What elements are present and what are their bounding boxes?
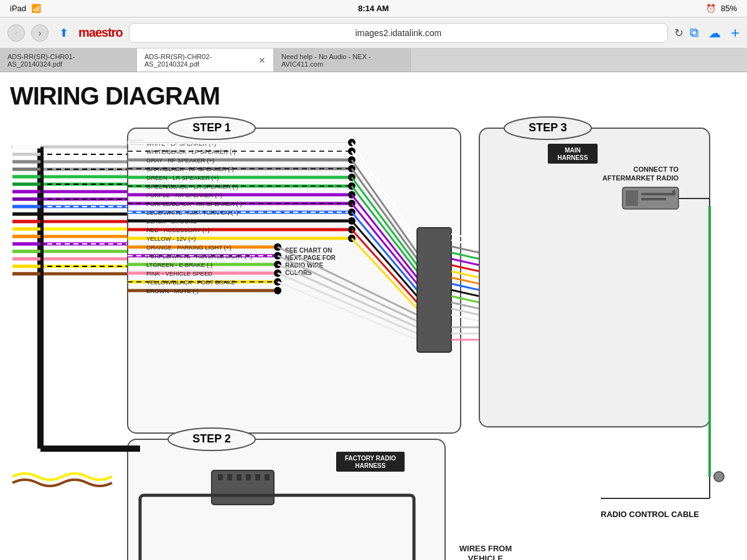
diagram-title: WIRING DIAGRAM (10, 82, 737, 110)
address-bar[interactable]: images2.idatalink.com (129, 23, 668, 43)
tab-2[interactable]: ADS-RR(SR)-CHR02-AS_20140324.pdf ✕ (137, 49, 274, 72)
svg-text:SEE CHART ON: SEE CHART ON (285, 247, 332, 254)
svg-text:WIRES FROM: WIRES FROM (459, 544, 512, 553)
status-left: iPad 📶 (10, 4, 41, 13)
svg-text:CONNECT TO: CONNECT TO (633, 166, 679, 173)
svg-rect-140 (626, 190, 638, 206)
svg-text:PURPLE/WHITE - REVERSE LIGHT (: PURPLE/WHITE - REVERSE LIGHT (+) (146, 253, 252, 259)
tab-2-close[interactable]: ✕ (258, 55, 266, 65)
svg-text:NEXT PAGE FOR: NEXT PAGE FOR (285, 254, 336, 261)
maestro-logo: maestro (78, 26, 123, 40)
tab-1-label: ADS-RR(SR)-CHR01-AS_20140324.pdf (7, 53, 129, 68)
svg-text:BROWN - MUTE (-): BROWN - MUTE (-) (146, 287, 199, 294)
tab-3[interactable]: Need help - No Audio - NEX - AVIC411.com (274, 49, 411, 72)
svg-rect-157 (218, 474, 223, 480)
svg-text:MAIN: MAIN (565, 147, 581, 154)
svg-text:BLACK - GROUND: BLACK - GROUND (146, 218, 197, 225)
svg-rect-131 (479, 128, 710, 427)
alarm-icon: ⏰ (706, 4, 716, 13)
tab-3-label: Need help - No Audio - NEX - AVIC411.com (281, 53, 403, 68)
svg-text:YELLOW - 12V (+): YELLOW - 12V (+) (146, 235, 195, 242)
svg-rect-113 (417, 228, 451, 352)
svg-rect-161 (255, 474, 260, 480)
svg-rect-141 (641, 193, 675, 195)
battery-label: 85% (721, 4, 737, 13)
svg-text:PURPLE/BLACK - RR SPEAKER (-): PURPLE/BLACK - RR SPEAKER (-) (146, 200, 242, 207)
svg-text:GREEN - LR SPEAKER (+): GREEN - LR SPEAKER (+) (146, 174, 218, 181)
wifi-icon: 📶 (31, 4, 41, 13)
radio-control-cable-label: RADIO CONTROL CABLE (601, 510, 699, 519)
tab-2-label: ADS-RR(SR)-CHR02-AS_20140324.pdf (144, 53, 255, 68)
content-area: WIRING DIAGRAM (0, 72, 747, 560)
svg-text:GRAY/BLACK - RF SPEAKER (-): GRAY/BLACK - RF SPEAKER (-) (146, 166, 234, 172)
svg-text:HARNESS: HARNESS (558, 154, 588, 161)
status-right: ⏰ 85% (706, 4, 737, 13)
svg-text:YELLOW/BLACK - FOOT BRAKE: YELLOW/BLACK - FOOT BRAKE (146, 279, 235, 286)
svg-text:AFTERMARKET RADIO: AFTERMARKET RADIO (603, 174, 679, 182)
reload-button[interactable]: ↻ (674, 26, 684, 40)
forward-button[interactable]: › (31, 24, 49, 42)
wiring-diagram-svg: STEP 1 WHITE - LF SPEAKER (+) WHITE/BLAC… (6, 116, 728, 560)
svg-text:VEHICLE: VEHICLE (468, 554, 504, 560)
svg-point-90 (274, 287, 281, 294)
status-bar: iPad 📶 8:14 AM ⏰ 85% (0, 0, 747, 17)
svg-text:ORANGE - PARKING LIGHT (+): ORANGE - PARKING LIGHT (+) (146, 244, 232, 251)
svg-rect-162 (265, 474, 270, 480)
tabs-icon[interactable]: ⧉ (690, 26, 698, 40)
svg-text:GREEN/BLACK - LR SPEAKER (-): GREEN/BLACK - LR SPEAKER (-) (146, 183, 238, 190)
svg-rect-160 (246, 474, 251, 480)
svg-text:WHITE/BLACK - LF SPEAKER (-): WHITE/BLACK - LF SPEAKER (-) (146, 148, 236, 155)
svg-rect-142 (641, 198, 666, 200)
cloud-icon[interactable]: ☁ (708, 26, 721, 40)
status-time: 8:14 AM (358, 4, 388, 13)
back-button[interactable]: ‹ (7, 24, 25, 42)
toolbar-icons: ⧉ ☁ + (690, 24, 740, 42)
svg-rect-158 (227, 474, 232, 480)
svg-text:STEP 2: STEP 2 (192, 432, 231, 445)
svg-text:GRAY - RF SPEAKER (+): GRAY - RF SPEAKER (+) (146, 157, 214, 164)
svg-rect-159 (237, 474, 242, 480)
ipad-label: iPad (10, 4, 26, 13)
browser-toolbar: ‹ › ⬆ maestro images2.idatalink.com ↻ ⧉ … (0, 17, 747, 49)
svg-rect-143 (672, 190, 675, 194)
svg-text:PURPLE - RR SPEAKER (+): PURPLE - RR SPEAKER (+) (146, 192, 222, 198)
svg-text:FACTORY RADIO: FACTORY RADIO (345, 455, 396, 462)
add-tab-button[interactable]: + (731, 24, 740, 42)
svg-text:STEP 1: STEP 1 (192, 121, 231, 134)
svg-text:STEP 3: STEP 3 (529, 121, 567, 134)
svg-text:RED - ACCESSORY (+): RED - ACCESSORY (+) (146, 226, 210, 233)
svg-point-147 (714, 472, 724, 482)
svg-text:BLUE/WHITE - AMP. TURN ON (+): BLUE/WHITE - AMP. TURN ON (+) (146, 209, 238, 216)
svg-text:PINK - VEHICLE SPEED: PINK - VEHICLE SPEED (146, 270, 212, 277)
tabs-bar: ADS-RR(SR)-CHR01-AS_20140324.pdf ADS-RR(… (0, 49, 747, 72)
url-text: images2.idatalink.com (355, 28, 442, 38)
svg-text:HARNESS: HARNESS (355, 462, 386, 469)
tab-1[interactable]: ADS-RR(SR)-CHR01-AS_20140324.pdf (0, 49, 137, 72)
share-button[interactable]: ⬆ (55, 24, 72, 42)
svg-text:LTGREEN - E-BRAKE (-): LTGREEN - E-BRAKE (-) (146, 261, 212, 268)
